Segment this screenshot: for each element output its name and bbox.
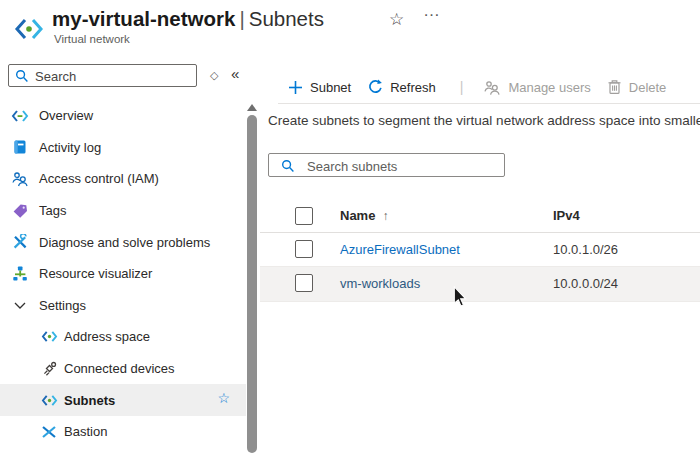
sidebar-item-resource-visualizer[interactable]: Resource visualizer xyxy=(0,258,246,290)
refresh-label: Refresh xyxy=(390,80,436,95)
column-header-ipv4[interactable]: IPv4 xyxy=(553,208,580,223)
toolbar-separator: | xyxy=(460,79,464,95)
sidebar-item-diagnose[interactable]: Diagnose and solve problems xyxy=(0,226,246,258)
connected-devices-icon xyxy=(40,361,58,377)
subnet-search-box[interactable] xyxy=(268,153,505,177)
bastion-icon xyxy=(40,425,58,439)
more-options-icon[interactable]: … xyxy=(423,1,441,21)
sidebar-item-activity-log[interactable]: Activity log xyxy=(0,132,246,164)
sidebar-item-overview[interactable]: Overview xyxy=(0,100,246,132)
sidebar-search-box[interactable] xyxy=(8,64,197,87)
sidebar-item-label: Overview xyxy=(39,108,93,123)
subnet-name-link[interactable]: vm-workloads xyxy=(340,276,420,291)
sidebar-item-label: Address space xyxy=(64,329,150,344)
scrollbar-up-arrow[interactable] xyxy=(247,104,257,111)
sidebar-item-label: Diagnose and solve problems xyxy=(39,235,210,250)
add-subnet-button[interactable]: Subnet xyxy=(288,80,351,95)
chevron-down-icon xyxy=(10,301,30,310)
sidebar-item-bastion[interactable]: Bastion xyxy=(0,416,246,448)
select-all-checkbox[interactable] xyxy=(295,207,313,225)
menu-pin-icon[interactable]: ◇ xyxy=(210,69,218,82)
trash-icon xyxy=(607,79,622,95)
subnet-name-link[interactable]: AzureFirewallSubnet xyxy=(340,242,460,257)
activity-log-icon xyxy=(10,139,30,155)
collapse-menu-icon[interactable]: « xyxy=(231,65,239,82)
manage-users-label: Manage users xyxy=(508,80,590,95)
sidebar-search-input[interactable] xyxy=(33,66,195,87)
title-separator: | xyxy=(235,7,248,30)
subnet-ipv4-value: 10.0.0.0/24 xyxy=(553,276,618,291)
row-checkbox[interactable] xyxy=(295,274,313,292)
add-subnet-label: Subnet xyxy=(310,80,351,95)
search-icon xyxy=(281,159,295,173)
sidebar-group-settings[interactable]: Settings xyxy=(0,290,246,322)
table-row[interactable]: AzureFirewallSubnet 10.0.1.0/26 xyxy=(260,233,700,267)
sidebar-item-subnets[interactable]: Subnets ☆ xyxy=(0,384,246,416)
row-checkbox[interactable] xyxy=(295,240,313,258)
table-header-row: Name↑ IPv4 xyxy=(260,200,700,233)
table-row[interactable]: vm-workloads 10.0.0.0/24 xyxy=(260,267,700,302)
search-icon xyxy=(15,69,29,83)
blade-name: Subnets xyxy=(249,7,324,30)
virtual-network-icon xyxy=(14,15,44,43)
favorite-star-icon[interactable]: ☆ xyxy=(217,390,230,406)
sidebar-item-tags[interactable]: Tags xyxy=(0,195,246,227)
manage-users-icon xyxy=(483,80,501,95)
sidebar-item-label: Bastion xyxy=(64,424,107,439)
favorite-star-icon[interactable]: ☆ xyxy=(389,9,404,30)
resource-type-subtitle: Virtual network xyxy=(54,33,130,45)
sidebar-item-connected-devices[interactable]: Connected devices xyxy=(0,353,246,385)
access-control-icon xyxy=(10,171,30,187)
sidebar-item-label: Access control (IAM) xyxy=(39,171,159,186)
sidebar-group-label: Settings xyxy=(39,298,86,313)
sort-ascending-icon: ↑ xyxy=(382,209,388,223)
address-space-icon xyxy=(40,329,58,344)
column-label: IPv4 xyxy=(553,208,580,223)
sidebar-nav: Overview Activity log Access control (IA… xyxy=(0,100,246,448)
column-label: Name xyxy=(340,208,375,223)
sidebar-item-label: Resource visualizer xyxy=(39,266,152,281)
delete-label: Delete xyxy=(629,80,667,95)
subnet-search-input[interactable] xyxy=(305,156,503,176)
sidebar-scrollbar-thumb[interactable] xyxy=(247,115,257,453)
refresh-icon xyxy=(367,79,383,95)
overview-icon xyxy=(10,108,30,124)
delete-button[interactable]: Delete xyxy=(607,79,667,95)
subnet-ipv4-value: 10.0.1.0/26 xyxy=(553,242,618,257)
manage-users-button[interactable]: Manage users xyxy=(483,80,590,95)
sidebar-item-access-control[interactable]: Access control (IAM) xyxy=(0,163,246,195)
resource-name: my-virtual-network xyxy=(52,7,235,30)
blade-description: Create subnets to segment the virtual ne… xyxy=(268,113,700,128)
refresh-button[interactable]: Refresh xyxy=(367,79,436,95)
resource-visualizer-icon xyxy=(10,266,30,282)
diagnose-icon xyxy=(10,234,30,250)
sidebar-item-label: Tags xyxy=(39,203,66,218)
page-title: my-virtual-network|Subnets xyxy=(52,7,324,31)
command-bar: Subnet Refresh | Manage users xyxy=(288,75,666,99)
sidebar-item-label: Activity log xyxy=(39,140,101,155)
tags-icon xyxy=(10,203,30,219)
plus-icon xyxy=(288,80,303,95)
sidebar-item-label: Subnets xyxy=(64,393,115,408)
subnets-icon xyxy=(40,393,58,408)
sidebar-item-label: Connected devices xyxy=(64,361,175,376)
toolbar-divider xyxy=(278,103,700,104)
column-header-name[interactable]: Name↑ xyxy=(340,208,388,223)
sidebar-item-address-space[interactable]: Address space xyxy=(0,321,246,353)
